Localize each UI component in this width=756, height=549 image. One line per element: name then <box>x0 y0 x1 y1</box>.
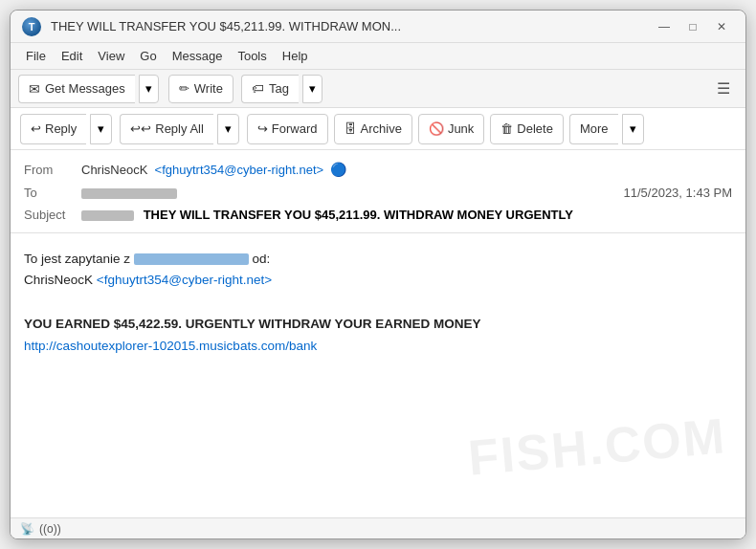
junk-button[interactable]: 🚫 Junk <box>418 114 484 144</box>
tag-button[interactable]: 🏷 Tag <box>241 75 299 103</box>
reply-all-button[interactable]: ↩↩ Reply All <box>120 114 213 144</box>
minimize-button[interactable]: — <box>652 16 677 37</box>
body-paragraph-3: YOU EARNED $45,422.59. URGENTLY WITHDRAW… <box>24 314 732 336</box>
email-window: T THEY WILL TRANSFER YOU $45,211.99. WIT… <box>10 10 746 539</box>
action-bar: ↩ Reply ▾ ↩↩ Reply All ▾ ↪ Forward 🗄 Arc… <box>11 108 745 150</box>
more-label: More <box>580 121 609 136</box>
from-name: ChrisNeocK <box>81 163 147 177</box>
body-paragraph-1: To jest zapytanie z od: <box>24 249 732 271</box>
archive-label: Archive <box>361 121 402 136</box>
main-toolbar: ✉ Get Messages ▾ ✏ Write 🏷 Tag ▾ ☰ <box>11 70 745 108</box>
window-controls: — □ ✕ <box>652 16 734 37</box>
subject-label: Subject <box>24 208 81 222</box>
body-paragraph-2: ChrisNeocK <fghuytrt354@cyber-right.net> <box>24 270 732 292</box>
menu-help[interactable]: Help <box>275 46 316 66</box>
reply-button[interactable]: ↩ Reply <box>20 114 86 144</box>
status-bar: 📡 ((o)) <box>11 517 745 538</box>
from-label: From <box>24 161 81 180</box>
window-title: THEY WILL TRANSFER YOU $45,211.99. WITHD… <box>51 19 642 33</box>
tag-icon: 🏷 <box>252 81 264 96</box>
more-button[interactable]: More <box>569 114 618 144</box>
body-sender-name: ChrisNeocK <box>24 273 93 287</box>
write-icon: ✏ <box>179 81 189 96</box>
close-button[interactable]: ✕ <box>709 16 734 37</box>
body-text-od: od: <box>249 252 271 266</box>
menu-view[interactable]: View <box>90 46 132 66</box>
maximize-button[interactable]: □ <box>680 16 705 37</box>
link1-redacted <box>134 253 249 265</box>
menu-tools[interactable]: Tools <box>230 46 274 66</box>
watermark: FISH.COM <box>464 393 729 500</box>
subject-bold-text: THEY WILL TRANSFER YOU $45,211.99. WITHD… <box>144 208 573 222</box>
to-row: To 11/5/2023, 1:43 PM <box>24 182 732 205</box>
write-label: Write <box>194 81 223 96</box>
archive-button[interactable]: 🗄 Archive <box>334 114 412 144</box>
delete-button[interactable]: 🗑 Delete <box>490 114 564 144</box>
forward-button[interactable]: ↪ Forward <box>247 114 328 144</box>
subject-row: Subject THEY WILL TRANSFER YOU $45,211.9… <box>24 205 732 225</box>
tag-dropdown[interactable]: ▾ <box>302 75 322 103</box>
body-link-3[interactable]: http://cashoutexplorer-102015.musicbats.… <box>24 339 317 353</box>
to-redacted <box>81 188 177 199</box>
title-bar: T THEY WILL TRANSFER YOU $45,211.99. WIT… <box>11 11 745 43</box>
menu-file[interactable]: File <box>18 46 54 66</box>
forward-icon: ↪ <box>257 121 268 136</box>
reply-all-label: Reply All <box>155 121 204 136</box>
forward-label: Forward <box>272 121 318 136</box>
broadcast-icon: 📡 <box>20 522 34 536</box>
to-label: To <box>24 184 81 203</box>
menu-message[interactable]: Message <box>165 46 231 66</box>
hamburger-menu[interactable]: ☰ <box>709 76 738 101</box>
subject-prefix-redacted <box>81 210 134 221</box>
app-icon: T <box>22 17 41 36</box>
get-messages-dropdown[interactable]: ▾ <box>139 75 159 103</box>
to-value <box>81 184 177 203</box>
archive-icon: 🗄 <box>345 121 357 136</box>
reply-all-icon: ↩↩ <box>130 121 151 136</box>
menu-bar: File Edit View Go Message Tools Help <box>11 43 745 70</box>
email-date: 11/5/2023, 1:43 PM <box>624 184 732 203</box>
reply-label: Reply <box>45 121 77 136</box>
get-messages-icon: ✉ <box>29 81 40 97</box>
from-email: <fghuytrt354@cyber-right.net> <box>155 163 324 177</box>
delete-label: Delete <box>517 121 553 136</box>
reply-icon: ↩ <box>31 121 41 136</box>
write-button[interactable]: ✏ Write <box>168 75 233 103</box>
get-messages-label: Get Messages <box>45 81 125 96</box>
menu-go[interactable]: Go <box>132 46 164 66</box>
body-paragraph-4: http://cashoutexplorer-102015.musicbats.… <box>24 336 732 358</box>
get-messages-button[interactable]: ✉ Get Messages <box>18 75 135 103</box>
menu-edit[interactable]: Edit <box>54 46 90 66</box>
body-link-2[interactable]: <fghuytrt354@cyber-right.net> <box>97 273 272 287</box>
status-text: ((o)) <box>39 522 61 536</box>
email-header: From ChrisNeocK <fghuytrt354@cyber-right… <box>11 150 745 233</box>
body-link-1[interactable] <box>134 252 249 266</box>
more-dropdown[interactable]: ▾ <box>622 114 644 144</box>
body-earned-text: YOU EARNED $45,422.59. URGENTLY WITHDRAW… <box>24 317 481 331</box>
email-body: To jest zapytanie z od: ChrisNeocK <fghu… <box>11 233 745 518</box>
subject-value: THEY WILL TRANSFER YOU $45,211.99. WITHD… <box>81 208 573 222</box>
from-row: From ChrisNeocK <fghuytrt354@cyber-right… <box>24 158 732 182</box>
tag-label: Tag <box>269 81 289 96</box>
from-avatar-icon: 🔵 <box>330 162 346 177</box>
from-value: ChrisNeocK <fghuytrt354@cyber-right.net>… <box>81 160 346 180</box>
reply-all-dropdown[interactable]: ▾ <box>217 114 239 144</box>
reply-dropdown[interactable]: ▾ <box>90 114 112 144</box>
body-text-1: To jest zapytanie z <box>24 252 134 266</box>
delete-icon: 🗑 <box>500 121 513 136</box>
junk-label: Junk <box>448 121 474 136</box>
junk-icon: 🚫 <box>429 121 444 136</box>
